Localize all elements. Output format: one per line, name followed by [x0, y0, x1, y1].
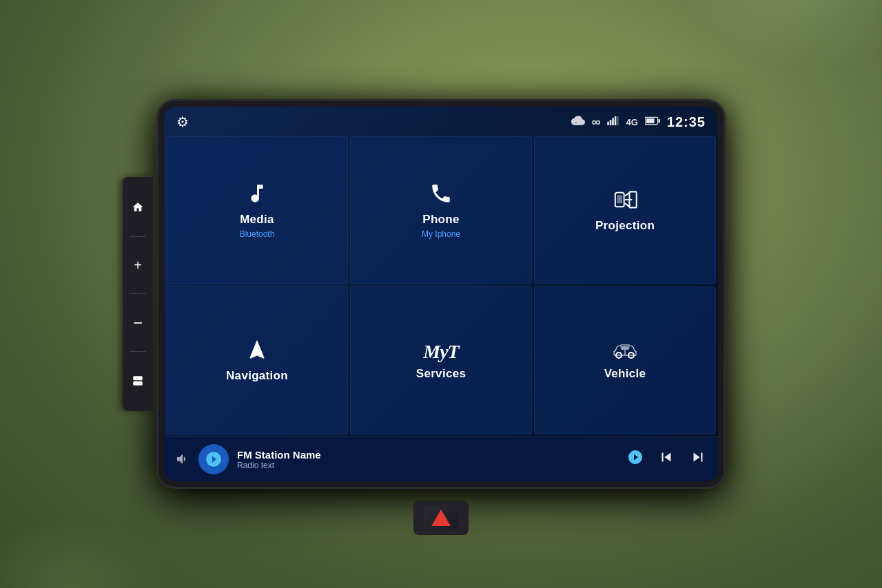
- radio-button[interactable]: [198, 444, 229, 474]
- side-panel: + −: [123, 177, 153, 411]
- svg-rect-2: [609, 120, 611, 125]
- myt-logo: MyT: [423, 341, 458, 363]
- projection-tile[interactable]: Projection: [534, 136, 716, 284]
- media-controls: [627, 448, 707, 470]
- layers-button[interactable]: [127, 370, 148, 391]
- phone-label: Phone: [422, 213, 459, 227]
- vehicle-tile[interactable]: Vehicle: [534, 286, 716, 434]
- cloud-icon: ~: [571, 116, 585, 128]
- hazard-button[interactable]: [424, 506, 458, 529]
- projection-icon: [613, 188, 637, 215]
- vehicle-label: Vehicle: [604, 367, 646, 381]
- projection-label: Projection: [595, 219, 655, 233]
- navigation-icon: [245, 338, 269, 365]
- signal-icon: [607, 116, 619, 128]
- screen-surround: + − ⚙ ~: [158, 101, 724, 487]
- status-bar: ⚙ ~ ∞: [164, 107, 718, 134]
- svg-text:~: ~: [575, 120, 577, 124]
- phone-icon: [429, 182, 453, 209]
- hazard-triangle-icon: [431, 510, 451, 526]
- clock-display: 12:35: [667, 114, 706, 130]
- music-icon: [245, 182, 269, 209]
- phone-subtitle: My Iphone: [422, 229, 460, 239]
- media-bar: FM Station Name Radio text: [164, 437, 718, 481]
- services-tile[interactable]: MyT Services: [350, 286, 532, 434]
- network-label: 4G: [626, 117, 638, 127]
- svg-rect-7: [658, 119, 660, 123]
- settings-button[interactable]: ⚙: [176, 114, 189, 130]
- volume-icon: [175, 452, 190, 468]
- volume-up-button[interactable]: +: [127, 255, 148, 275]
- app-grid: Media Bluetooth Phone My Iphone: [164, 134, 718, 437]
- svg-rect-8: [646, 118, 655, 123]
- svg-rect-5: [617, 116, 619, 125]
- svg-rect-4: [614, 116, 616, 125]
- volume-down-button[interactable]: −: [127, 313, 148, 333]
- navigation-label: Navigation: [226, 369, 288, 383]
- track-info: FM Station Name Radio text: [237, 449, 619, 470]
- battery-icon: [645, 116, 660, 128]
- vehicle-icon: [611, 340, 639, 363]
- hazard-area: [413, 501, 469, 535]
- media-tile[interactable]: Media Bluetooth: [166, 136, 348, 284]
- antenna-icon[interactable]: [627, 449, 644, 470]
- skip-back-button[interactable]: [657, 448, 675, 470]
- radio-text: Radio text: [237, 461, 619, 470]
- navigation-tile[interactable]: Navigation: [166, 286, 348, 434]
- status-icons: ~ ∞: [571, 114, 706, 130]
- infinity-icon: ∞: [592, 115, 600, 129]
- station-name: FM Station Name: [237, 449, 619, 461]
- main-screen: ⚙ ~ ∞: [164, 107, 718, 481]
- phone-tile[interactable]: Phone My Iphone: [350, 136, 532, 284]
- media-subtitle: Bluetooth: [240, 229, 275, 239]
- svg-rect-3: [612, 118, 614, 126]
- home-button[interactable]: [127, 197, 148, 218]
- skip-forward-button[interactable]: [689, 448, 707, 470]
- services-label: Services: [416, 367, 466, 381]
- svg-rect-10: [617, 196, 622, 204]
- media-label: Media: [240, 213, 274, 227]
- svg-rect-1: [607, 122, 609, 125]
